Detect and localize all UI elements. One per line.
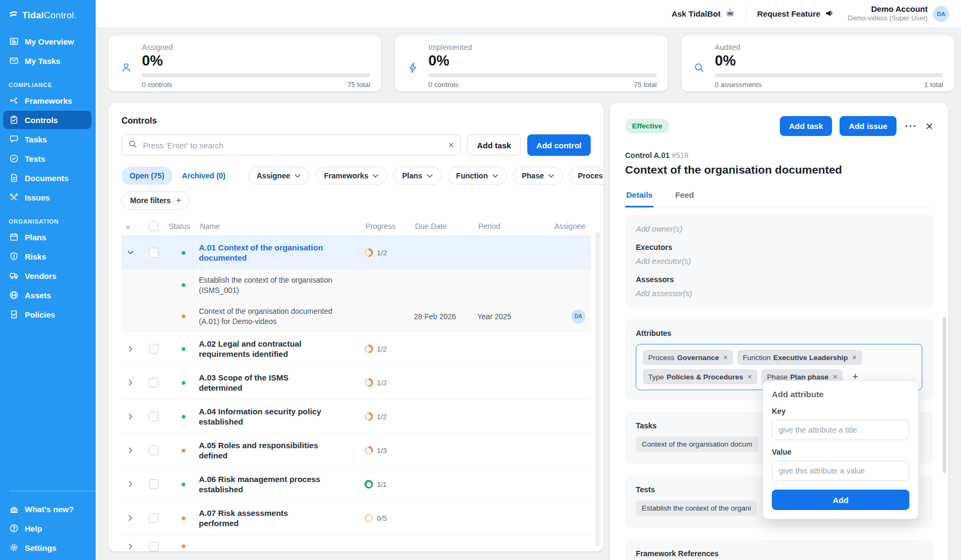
- remove-attribute-icon[interactable]: ×: [833, 372, 837, 381]
- chevron-right-icon[interactable]: [121, 346, 140, 352]
- table-sub-row[interactable]: Establish the context of the organisatio…: [121, 269, 591, 300]
- chevron-right-icon[interactable]: [121, 543, 140, 550]
- table-row[interactable]: A.06 Risk management process established…: [121, 467, 591, 501]
- sidebar-item-label: What's new?: [25, 505, 74, 514]
- sidebar-item-what-s-new[interactable]: What's new?: [3, 500, 91, 518]
- status-dot: [168, 449, 199, 453]
- row-checkbox[interactable]: [140, 378, 168, 387]
- table-row[interactable]: A.07 Risk assessments performed0/5: [121, 501, 591, 535]
- table-row[interactable]: A.04 Information security policy establi…: [121, 399, 591, 433]
- more-filters-button[interactable]: More filters+: [121, 191, 190, 210]
- stat-count: 0 controls: [142, 81, 172, 89]
- table-row[interactable]: A.02 Legal and contractual requirements …: [121, 332, 591, 365]
- add-executors-field[interactable]: Add executor(s): [636, 257, 922, 265]
- select-all-checkbox[interactable]: [140, 221, 168, 231]
- test-item[interactable]: Establish the context of the organi: [636, 500, 757, 516]
- table-sub-row[interactable]: Context of the organisation documented (…: [121, 300, 591, 332]
- overview-icon: [9, 37, 19, 47]
- filter-assignee-dropdown[interactable]: Assignee: [248, 167, 309, 185]
- sidebar-item-plans[interactable]: Plans: [3, 228, 91, 246]
- row-checkbox[interactable]: [140, 344, 168, 354]
- chevron-down-icon[interactable]: [121, 250, 140, 255]
- tab-details[interactable]: Details: [625, 190, 654, 207]
- sidebar-item-help[interactable]: Help: [3, 519, 91, 537]
- row-checkbox[interactable]: [140, 446, 168, 455]
- sidebar-item-frameworks[interactable]: Frameworks: [3, 91, 91, 110]
- request-feature-button[interactable]: Request Feature: [757, 8, 835, 20]
- progress-donut: [364, 344, 373, 353]
- sidebar-item-tests[interactable]: Tests: [3, 149, 91, 168]
- filter-function-dropdown[interactable]: Function: [448, 167, 507, 185]
- account-menu[interactable]: Demo Account Demo-videos (Super User) DA: [848, 4, 949, 23]
- sidebar-item-my-tasks[interactable]: My Tasks: [3, 52, 91, 70]
- filter-archived[interactable]: Archived (0): [179, 167, 229, 185]
- status-dot: [168, 544, 199, 548]
- row-progress: 1/2: [364, 378, 414, 387]
- detail-add-task-button[interactable]: Add task: [780, 116, 832, 136]
- close-icon[interactable]: ×: [926, 120, 933, 133]
- sidebar-item-issues[interactable]: Issues: [3, 188, 91, 206]
- detail-add-issue-button[interactable]: Add issue: [840, 116, 897, 136]
- value-label: Value: [772, 448, 909, 456]
- chevron-right-icon[interactable]: [121, 447, 140, 454]
- sidebar-item-my-overview[interactable]: My Overview: [3, 32, 91, 51]
- remove-attribute-icon[interactable]: ×: [852, 353, 857, 362]
- sidebar-item-documents[interactable]: Documents: [3, 169, 91, 187]
- attribute-value-input[interactable]: [772, 461, 909, 481]
- expand-all-icon[interactable]: »: [121, 222, 140, 231]
- filter-plans-dropdown[interactable]: Plans: [393, 167, 441, 185]
- chevron-right-icon[interactable]: [121, 379, 140, 386]
- table-row[interactable]: A.03 Scope of the ISMS determined1/2: [121, 365, 591, 399]
- sidebar-item-policies[interactable]: Policies: [3, 305, 91, 324]
- add-task-button[interactable]: Add task: [467, 134, 520, 156]
- row-name-text: A.03 Scope of the ISMS determined: [199, 372, 329, 393]
- attribute-key-input[interactable]: [772, 420, 909, 440]
- row-name: A.01 Context of the organisation documen…: [199, 242, 364, 263]
- people-section: Add owner(s) Executors Add executor(s) A…: [625, 215, 933, 307]
- clear-search-icon[interactable]: ×: [448, 140, 454, 150]
- filter-open[interactable]: Open (75): [121, 167, 173, 185]
- sidebar-item-vendors[interactable]: Vendors: [3, 267, 91, 285]
- task-item[interactable]: Context of the organisation docum: [636, 436, 758, 452]
- ask-tidalbot-button[interactable]: Ask TidalBot: [671, 8, 735, 20]
- controls-title: Controls: [121, 116, 591, 126]
- row-checkbox[interactable]: [140, 479, 168, 489]
- column-header-period: Period: [477, 222, 535, 231]
- row-checkbox[interactable]: [140, 248, 168, 257]
- table-row[interactable]: [121, 535, 591, 551]
- filter-frameworks-dropdown[interactable]: Frameworks: [315, 167, 387, 185]
- chevron-right-icon[interactable]: [121, 481, 140, 487]
- add-control-button[interactable]: Add control: [527, 134, 591, 156]
- add-assessors-field[interactable]: Add assessor(s): [636, 289, 922, 298]
- row-checkbox[interactable]: [140, 542, 168, 551]
- filter-process-dropdown[interactable]: Process: [569, 167, 604, 185]
- sidebar-item-tasks[interactable]: Tasks: [3, 130, 91, 148]
- status-dot-orange: [182, 544, 185, 548]
- remove-attribute-icon[interactable]: ×: [723, 353, 728, 362]
- sidebar-item-assets[interactable]: Assets: [3, 286, 91, 304]
- row-name-text: A.04 Information security policy establi…: [199, 406, 329, 427]
- sidebar-item-label: Controls: [25, 116, 58, 125]
- detail-scrollbar[interactable]: [943, 317, 946, 473]
- popup-add-button[interactable]: Add: [772, 490, 909, 510]
- app-logo[interactable]: TidalControl.: [0, 0, 96, 29]
- row-assignee: DA: [535, 310, 591, 324]
- sidebar-item-settings[interactable]: Settings: [3, 539, 91, 557]
- sidebar-item-label: My Tasks: [25, 56, 60, 66]
- row-checkbox[interactable]: [140, 513, 168, 523]
- table-row[interactable]: A.01 Context of the organisation documen…: [121, 235, 591, 269]
- chevron-right-icon[interactable]: [121, 413, 140, 420]
- chevron-right-icon[interactable]: [121, 515, 140, 521]
- remove-attribute-icon[interactable]: ×: [748, 372, 752, 381]
- search-input[interactable]: [142, 140, 443, 150]
- more-actions-icon[interactable]: ···: [904, 120, 918, 132]
- table-scrollbar[interactable]: [596, 232, 600, 546]
- sidebar-item-risks[interactable]: Risks: [3, 247, 91, 265]
- add-owners-field[interactable]: Add owner(s): [636, 225, 922, 233]
- sidebar-item-controls[interactable]: Controls: [3, 111, 91, 129]
- table-row[interactable]: A.05 Roles and responsibilities defined1…: [121, 433, 591, 467]
- tab-feed[interactable]: Feed: [674, 190, 695, 207]
- filter-phase-dropdown[interactable]: Phase: [513, 167, 563, 185]
- chevron-down-icon: [372, 174, 378, 178]
- row-checkbox[interactable]: [140, 412, 168, 421]
